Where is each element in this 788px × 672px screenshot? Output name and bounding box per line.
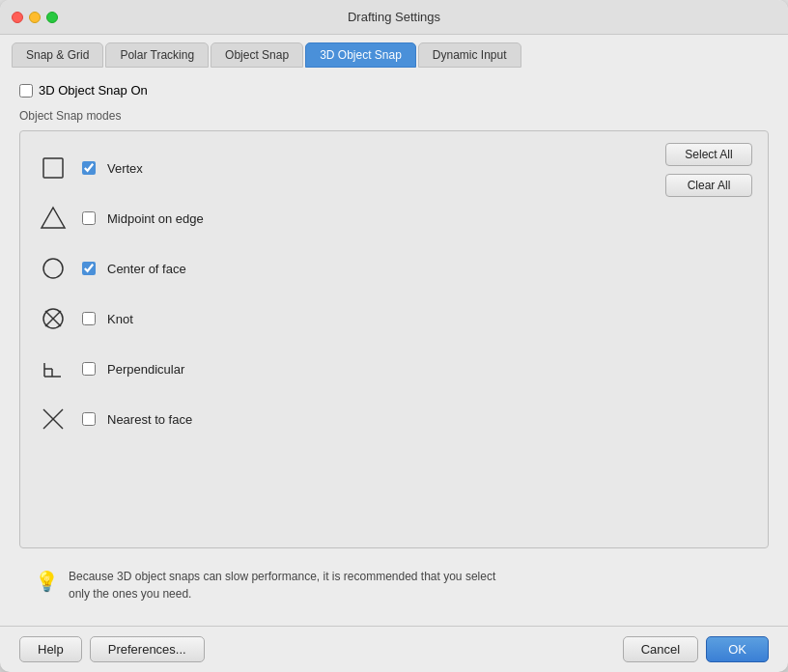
footer-right: Cancel OK (623, 636, 769, 662)
info-text: Because 3D object snaps can slow perform… (69, 568, 495, 602)
snap-modes-box: Vertex Midpoint on edge (19, 130, 769, 548)
perpendicular-checkbox[interactable] (82, 362, 96, 376)
tab-polar-tracking[interactable]: Polar Tracking (105, 42, 209, 68)
svg-rect-0 (43, 158, 63, 178)
cancel-button[interactable]: Cancel (623, 636, 698, 662)
footer-left: Help Preferences... (19, 636, 205, 662)
section-label: Object Snap modes (19, 109, 769, 123)
title-bar: Drafting Settings (0, 0, 788, 35)
nearest-face-icon (36, 402, 70, 436)
perpendicular-label[interactable]: Perpendicular (107, 362, 184, 377)
center-face-label[interactable]: Center of face (107, 262, 186, 276)
close-button[interactable] (12, 12, 23, 23)
traffic-lights (12, 12, 58, 23)
vertex-label[interactable]: Vertex (107, 161, 143, 176)
tab-3d-object-snap[interactable]: 3D Object Snap (305, 42, 416, 68)
nearest-face-label[interactable]: Nearest to face (107, 412, 192, 427)
snap-row-midpoint: Midpoint on edge (36, 193, 752, 243)
help-button[interactable]: Help (19, 636, 82, 662)
bulb-icon: 💡 (35, 570, 59, 593)
snap-row-center: Center of face (36, 243, 752, 294)
snap-row-knot: Knot (36, 294, 752, 344)
nearest-face-checkbox[interactable] (82, 412, 96, 426)
clear-all-button[interactable]: Clear All (665, 174, 752, 197)
center-face-checkbox[interactable] (82, 262, 96, 275)
footer: Help Preferences... Cancel OK (0, 626, 788, 672)
main-content: 3D Object Snap On Object Snap modes Vert… (0, 68, 788, 626)
midpoint-label[interactable]: Midpoint on edge (107, 211, 204, 226)
snap-on-checkbox[interactable] (19, 84, 33, 98)
svg-marker-1 (42, 208, 65, 228)
snap-on-row: 3D Object Snap On (19, 83, 769, 98)
ok-button[interactable]: OK (706, 636, 769, 662)
knot-checkbox[interactable] (82, 312, 96, 325)
minimize-button[interactable] (29, 12, 41, 23)
perpendicular-icon (36, 351, 70, 386)
tab-snap-grid[interactable]: Snap & Grid (12, 42, 103, 68)
midpoint-icon (36, 201, 70, 236)
knot-label[interactable]: Knot (107, 312, 133, 326)
maximize-button[interactable] (46, 12, 58, 23)
snap-row-nearest: Nearest to face (36, 394, 752, 444)
tab-object-snap[interactable]: Object Snap (211, 42, 303, 68)
snap-modes-list: Vertex Midpoint on edge (36, 143, 752, 444)
select-all-button[interactable]: Select All (665, 143, 752, 166)
window-title: Drafting Settings (348, 10, 440, 24)
info-section: 💡 Because 3D object snaps can slow perfo… (19, 560, 769, 610)
preferences-button[interactable]: Preferences... (90, 636, 205, 662)
vertex-checkbox[interactable] (82, 161, 96, 175)
center-face-icon (36, 251, 70, 286)
midpoint-checkbox[interactable] (82, 211, 96, 225)
vertex-icon (36, 151, 70, 185)
tabs-bar: Snap & Grid Polar Tracking Object Snap 3… (0, 35, 788, 68)
snap-row-perpendicular: Perpendicular (36, 344, 752, 394)
snap-row-vertex: Vertex (36, 143, 752, 193)
svg-point-2 (43, 259, 63, 278)
knot-icon (36, 301, 70, 336)
tab-dynamic-input[interactable]: Dynamic Input (418, 42, 521, 68)
window: Drafting Settings Snap & Grid Polar Trac… (0, 0, 788, 672)
snap-on-label[interactable]: 3D Object Snap On (39, 83, 148, 98)
side-buttons: Select All Clear All (665, 143, 752, 197)
